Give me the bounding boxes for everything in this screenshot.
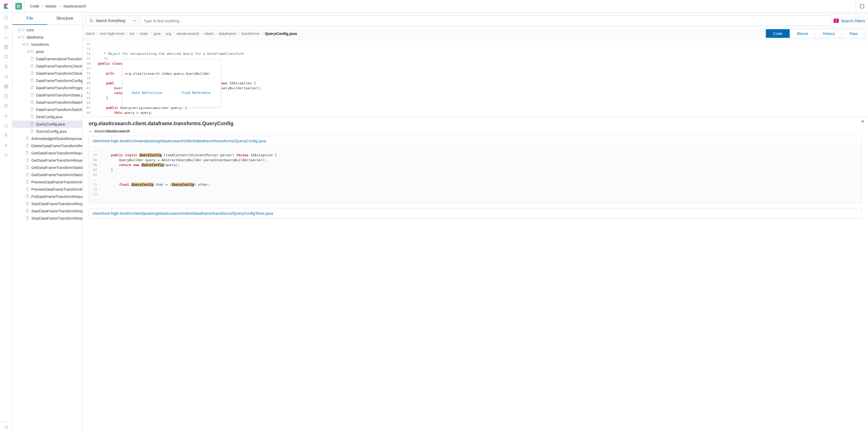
tree-file[interactable]: PreviewDataFrameTransformRequest.java (12, 178, 82, 186)
svg-rect-13 (4, 87, 6, 88)
view-raw-button[interactable]: Raw (842, 29, 865, 38)
view-buttons: Code Blame History Raw (766, 29, 865, 38)
code-line[interactable]: * Object for encapsulating the desired Q… (93, 51, 868, 56)
breadcrumb-item[interactable]: main (140, 31, 148, 36)
tree-file[interactable]: QueryConfig.java (12, 120, 82, 128)
tab-file[interactable]: File (12, 12, 47, 25)
nav-siem-icon[interactable] (4, 123, 9, 128)
nav-monitoring-icon[interactable] (4, 143, 9, 148)
tree-folder[interactable]: transforms (12, 41, 82, 48)
file-tree[interactable]: coredataframetransformspivotDataFrameInd… (12, 25, 82, 432)
chevron-icon (17, 28, 21, 32)
reference-path-link[interactable]: client/rest-high-level/src/main/java/org… (89, 136, 862, 146)
tree-file[interactable]: DataFrameTransformConfig.java (12, 77, 82, 84)
tree-file[interactable]: GetDataFrameTransformRequest.java (12, 149, 82, 157)
tree-file[interactable]: PutDataFrameTransformRequest.java (12, 193, 82, 200)
tree-file[interactable]: AcknowledgedTasksResponse.java (12, 135, 82, 142)
code-line[interactable]: this.query = query; (93, 110, 868, 115)
goto-definition-button[interactable]: Goto Definition (123, 88, 172, 97)
repo-owner[interactable]: elastic (45, 4, 57, 8)
breadcrumb-item[interactable]: transforms (241, 31, 260, 36)
nav-apm-icon[interactable] (4, 104, 9, 109)
nav-discover-icon[interactable] (4, 25, 9, 30)
search-filters-button[interactable]: 1 Search Filters (834, 16, 865, 26)
svg-rect-11 (4, 85, 6, 86)
code-lines[interactable]: * Object for encapsulating the desired Q… (93, 40, 868, 117)
news-icon[interactable] (856, 0, 868, 12)
close-icon[interactable]: ✕ (861, 119, 864, 124)
breadcrumb-item[interactable]: client (205, 31, 214, 36)
search-scope-select[interactable]: Search Everything (86, 16, 140, 26)
repo-name[interactable]: elasticsearch (64, 4, 86, 8)
tree-folder[interactable]: dataframe (12, 34, 82, 41)
chevron-down-icon (133, 19, 136, 22)
tree-file[interactable]: DataFrameTransformStateAndStats.java (12, 99, 82, 106)
find-reference-button[interactable]: Find Reference (172, 88, 221, 97)
file-icon (25, 165, 29, 170)
breadcrumb-item[interactable]: rest-high-level (100, 31, 124, 36)
breadcrumb-item[interactable]: client (86, 31, 95, 36)
tree-folder[interactable]: pivot (12, 48, 82, 55)
nav-infra-icon[interactable] (4, 84, 9, 89)
tree-file[interactable]: GetDataFrameTransformStatsResponse.java (12, 171, 82, 178)
tree-file[interactable]: StartDataFrameTransformResponse.java (12, 207, 82, 215)
nav-uptime-icon[interactable] (4, 113, 9, 118)
app-name[interactable]: Code (30, 4, 39, 8)
tree-file[interactable]: SourceConfig.java (12, 128, 82, 135)
hover-type-text: org.elasticsearch.index.query.QueryBuild… (123, 69, 221, 78)
svg-point-1 (4, 26, 8, 29)
breadcrumb-sep: / (150, 31, 151, 36)
space-switcher[interactable]: D (12, 0, 25, 12)
reference-repo[interactable]: elastic/elasticsearch (89, 129, 862, 133)
nav-maps-icon[interactable] (4, 64, 9, 69)
tree-file[interactable]: DataFrameTransformTaskState.java (12, 106, 82, 113)
nav-devtools-icon[interactable] (4, 133, 9, 138)
breadcrumb-item[interactable]: java (153, 31, 160, 36)
code-editor[interactable]: 32 33 34 35 36 37 38 39 40 41 42 43 44 4… (83, 40, 868, 117)
tree-label: dataframe (27, 35, 43, 39)
nav-canvas-icon[interactable] (4, 54, 9, 59)
tree-file[interactable]: GetDataFrameTransformStatsRequest.java (12, 164, 82, 171)
filter-label: Search Filters (841, 19, 865, 23)
tree-file[interactable]: DeleteDataFrameTransformRequest.java (12, 142, 82, 149)
breadcrumb-item[interactable]: elasticsearch (177, 31, 199, 36)
tree-file[interactable]: PreviewDataFrameTransformResponse.java (12, 186, 82, 193)
tab-structure[interactable]: Structure (47, 12, 82, 25)
breadcrumb-sep: / (238, 31, 239, 36)
view-blame-button[interactable]: Blame (790, 29, 816, 38)
tree-file[interactable]: GetDataFrameTransformResponse.java (12, 157, 82, 164)
tree-file[interactable]: DataFrameTransformCheckpoint.java (12, 63, 82, 70)
nav-ml-icon[interactable] (4, 74, 9, 79)
breadcrumb-item[interactable]: org (166, 31, 172, 36)
file-icon (30, 64, 34, 68)
tree-file[interactable]: DataFrameIndexerTransformStats.java (12, 55, 82, 63)
nav-logs-icon[interactable] (4, 94, 9, 99)
tree-folder[interactable]: core (12, 26, 82, 34)
tree-file[interactable]: StartDataFrameTransformRequest.java (12, 200, 82, 207)
tree-label: PreviewDataFrameTransformRequest.java (31, 180, 82, 184)
svg-point-7 (6, 66, 7, 67)
breadcrumb-item[interactable]: src (129, 31, 135, 36)
search-input[interactable] (140, 16, 830, 26)
tree-label: DataFrameTransformStateAndStats.java (36, 100, 82, 105)
nav-collapse-icon[interactable] (0, 422, 12, 432)
nav-management-icon[interactable] (4, 153, 9, 158)
file-icon (25, 209, 29, 213)
kibana-logo[interactable] (0, 0, 12, 12)
tree-file[interactable]: DataFrameTransformCheckpointStats.java (12, 70, 82, 77)
view-code-button[interactable]: Code (766, 29, 790, 38)
nav-recent-icon[interactable] (4, 15, 9, 20)
tree-label: core (27, 28, 34, 32)
ref-code-lines[interactable]: public static QueryConfig fromXContent(X… (99, 146, 862, 203)
tree-file[interactable]: DestConfig.java (12, 113, 82, 120)
breadcrumb-item[interactable]: dataframe (219, 31, 236, 36)
file-icon (25, 151, 29, 155)
topbar: D Code / elastic → elasticsearch (0, 0, 868, 12)
reference-path-link[interactable]: client/rest-high-level/src/test/java/org… (89, 208, 862, 219)
tree-file[interactable]: StopDataFrameTransformRequest.java (12, 215, 82, 222)
tree-file[interactable]: DataFrameTransformProgress.java (12, 84, 82, 92)
view-history-button[interactable]: History (815, 29, 842, 38)
nav-visualize-icon[interactable] (4, 35, 9, 40)
nav-dashboard-icon[interactable] (4, 45, 9, 50)
tree-file[interactable]: DataFrameTransformState.java (12, 92, 82, 99)
